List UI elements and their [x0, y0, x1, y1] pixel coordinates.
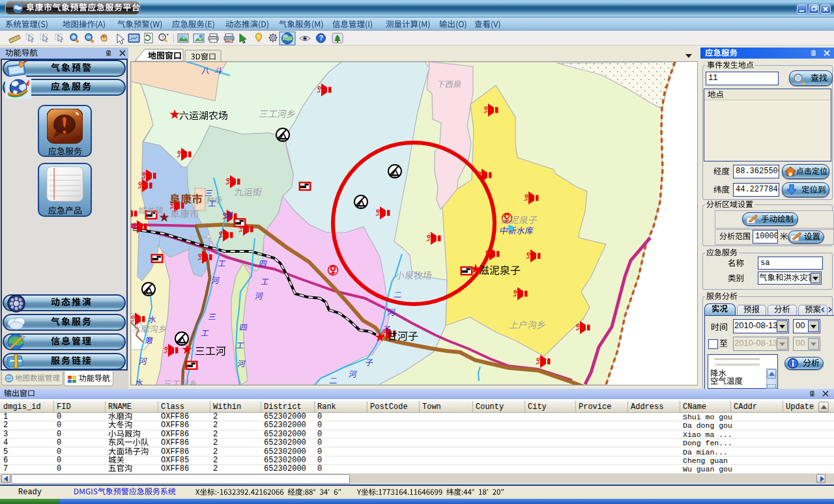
svg-text:?: ? [161, 35, 164, 40]
svg-text:?: ? [319, 34, 324, 42]
